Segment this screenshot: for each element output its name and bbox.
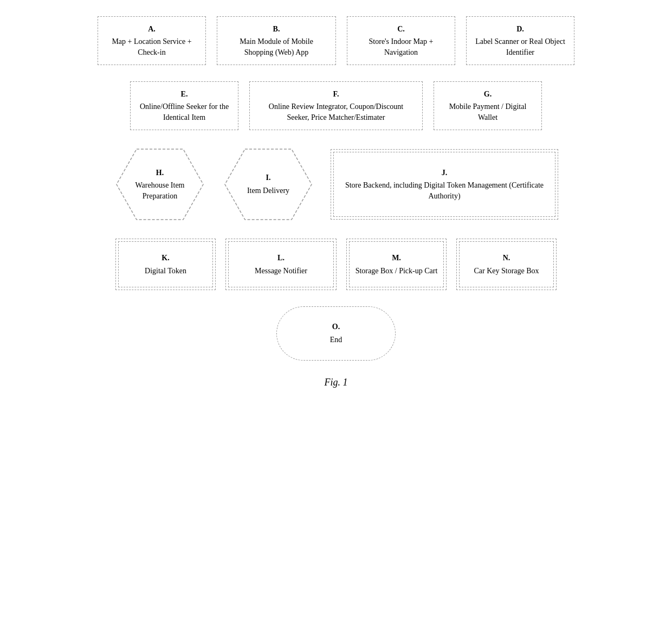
box-l-text: Message Notifier [255,266,307,277]
box-n: N. Car Key Storage Box [459,241,554,287]
box-b: B. Main Module of Mobile Shopping (Web) … [217,16,336,65]
box-f-text: Online Review Integrator, Coupon/Discoun… [259,101,413,123]
box-e: E. Online/Offline Seeker for the Identic… [130,81,238,130]
box-b-label: B. [273,24,280,35]
box-m-outer: M. Storage Box / Pick-up Cart [346,239,447,290]
box-i: I. Item Delivery [222,146,314,222]
box-f: F. Online Review Integrator, Coupon/Disc… [249,81,423,130]
box-a-text: Map + Location Service + Check-in [107,36,197,57]
box-e-text: Online/Offline Seeker for the Identical … [139,101,229,123]
box-a: A. Map + Location Service + Check-in [98,16,206,65]
box-g: G. Mobile Payment / Digital Wallet [434,81,542,130]
row-1: A. Map + Location Service + Check-in B. … [22,16,650,65]
box-k: K. Digital Token [118,241,213,287]
diagram: A. Map + Location Service + Check-in B. … [22,16,650,388]
box-a-label: A. [148,24,156,35]
box-l-label: L. [277,253,285,264]
box-c-text: Store's Indoor Map + Navigation [356,36,446,57]
box-h: H. Warehouse Item Preparation [114,146,206,222]
box-i-text: I. Item Delivery [236,172,300,196]
box-f-label: F. [333,89,339,100]
box-j-label: J. [442,168,448,178]
row-5: O. End [22,306,650,361]
box-n-text: Car Key Storage Box [474,266,539,277]
box-c-label: C. [397,24,405,35]
row-2: E. Online/Offline Seeker for the Identic… [22,81,650,130]
box-o-label: O. [332,322,340,332]
box-j-outer: J. Store Backend, including Digital Toke… [331,149,558,220]
box-o-text: End [330,335,343,345]
box-j: J. Store Backend, including Digital Toke… [333,152,555,217]
box-d-label: D. [516,24,524,35]
box-k-label: K. [161,253,169,264]
box-d-text: Label Scanner or Real Object Identifier [475,36,565,57]
box-m: M. Storage Box / Pick-up Cart [349,241,444,287]
box-k-outer: K. Digital Token [115,239,216,290]
box-l: L. Message Notifier [228,241,334,287]
box-n-outer: N. Car Key Storage Box [456,239,557,290]
box-n-label: N. [503,253,511,264]
box-c: C. Store's Indoor Map + Navigation [347,16,455,65]
box-e-label: E. [181,89,188,100]
box-b-text: Main Module of Mobile Shopping (Web) App [226,36,327,57]
figure-caption: Fig. 1 [22,377,650,388]
box-d: D. Label Scanner or Real Object Identifi… [466,16,574,65]
box-m-label: M. [392,253,401,264]
row-3: H. Warehouse Item Preparation I. Item De… [22,146,650,222]
box-g-label: G. [484,89,492,100]
box-h-text: H. Warehouse Item Preparation [114,168,206,202]
box-g-text: Mobile Payment / Digital Wallet [443,101,533,123]
row-4: K. Digital Token L. Message Notifier M. … [22,239,650,290]
box-k-text: Digital Token [145,266,186,277]
box-l-outer: L. Message Notifier [225,239,337,290]
box-o: O. End [276,306,396,361]
box-j-text: Store Backend, including Digital Token M… [339,180,550,201]
box-m-text: Storage Box / Pick-up Cart [356,266,438,277]
